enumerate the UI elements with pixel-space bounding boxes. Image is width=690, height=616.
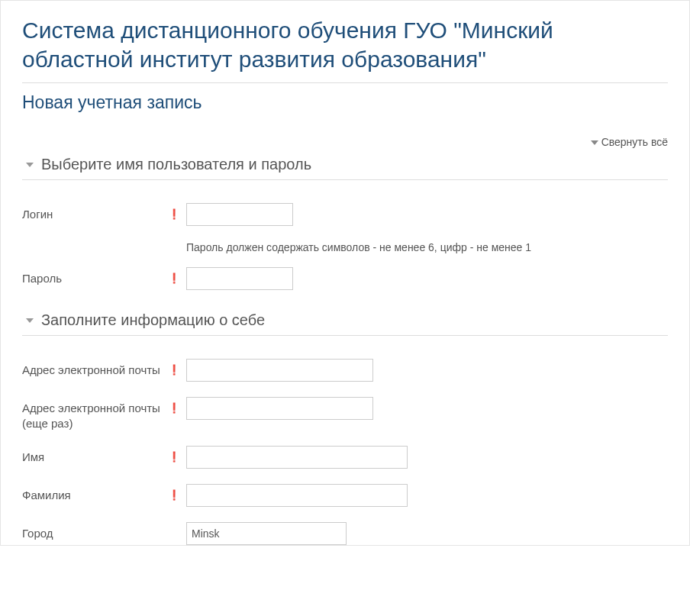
chevron-down-icon (26, 163, 34, 167)
chevron-down-icon (26, 318, 34, 323)
page-subtitle: Новая учетная запись (22, 92, 668, 113)
required-icon: ❗ (168, 401, 180, 414)
lastname-row: Фамилия ❗ (22, 484, 668, 507)
firstname-input[interactable] (186, 446, 408, 469)
collapse-all-label: Свернуть всё (601, 136, 668, 148)
login-row: Логин ❗ (22, 203, 668, 226)
section-credentials-legend: Выберите имя пользователя и пароль (41, 156, 311, 173)
password-row: Пароль ❗ (22, 267, 668, 290)
divider (22, 82, 668, 83)
section-credentials-toggle[interactable]: Выберите имя пользователя и пароль (22, 156, 668, 180)
required-icon: ❗ (168, 207, 180, 220)
required-icon: ❗ (168, 271, 180, 284)
email-confirm-row: Адрес электронной почты (еще раз) ❗ (22, 397, 668, 431)
section-personal-toggle[interactable]: Заполните информацию о себе (22, 311, 668, 336)
email-confirm-input[interactable] (186, 397, 373, 420)
page-title: Система дистанционного обучения ГУО "Мин… (22, 16, 668, 73)
collapse-all-row: Свернуть всё (22, 136, 668, 148)
email-row: Адрес электронной почты ❗ (22, 359, 668, 382)
password-hint-row: Пароль должен содержать символов - не ме… (22, 241, 668, 253)
required-icon: ❗ (168, 363, 180, 376)
signup-form-container: Система дистанционного обучения ГУО "Мин… (0, 0, 690, 546)
lastname-label: Фамилия (22, 488, 165, 503)
password-input[interactable] (186, 267, 293, 290)
collapse-all-link[interactable]: Свернуть всё (591, 136, 668, 148)
email-label: Адрес электронной почты (22, 363, 165, 378)
lastname-input[interactable] (186, 484, 408, 507)
login-label: Логин (22, 207, 165, 222)
firstname-label: Имя (22, 450, 165, 465)
chevron-down-icon (591, 140, 598, 145)
required-icon: ❗ (168, 450, 180, 463)
email-input[interactable] (186, 359, 373, 382)
city-input[interactable] (186, 522, 347, 545)
city-row: Город (22, 522, 668, 545)
city-label: Город (22, 526, 186, 541)
email-confirm-label: Адрес электронной почты (еще раз) (22, 401, 165, 431)
password-hint: Пароль должен содержать символов - не ме… (186, 241, 531, 253)
password-label: Пароль (22, 271, 165, 286)
login-input[interactable] (186, 203, 293, 226)
section-personal-legend: Заполните информацию о себе (41, 311, 265, 329)
firstname-row: Имя ❗ (22, 446, 668, 469)
required-icon: ❗ (168, 488, 180, 501)
